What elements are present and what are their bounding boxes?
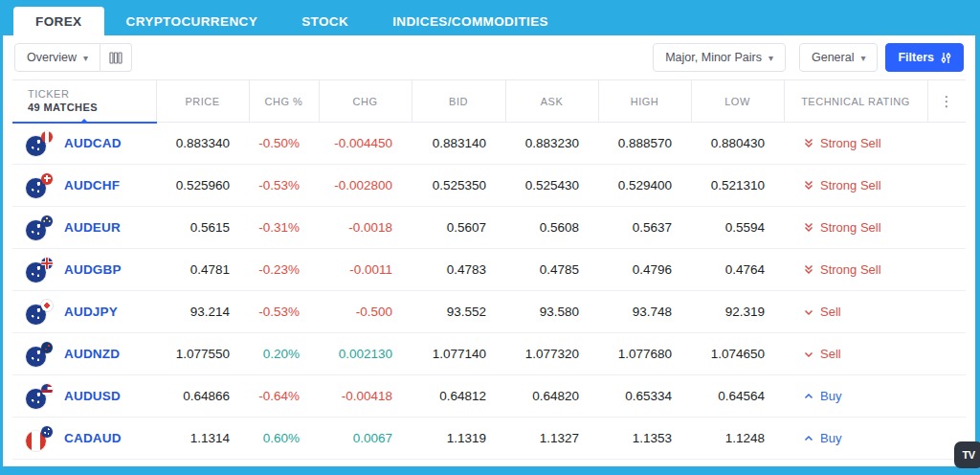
screener-app: FOREX CRYPTOCURRENCY STOCK INDICES/COMMO…: [0, 0, 980, 475]
price-cell: 0.5615: [156, 207, 249, 249]
low-cell: 0.880430: [691, 123, 784, 165]
header-menu[interactable]: ⋮: [927, 80, 966, 123]
chg-pct-cell: -0.23%: [249, 249, 319, 291]
table-row[interactable]: AUDCHF0.525960-0.53%-0.0028000.5253500.5…: [12, 165, 966, 207]
low-cell: 1.074650: [691, 333, 784, 375]
currency-pair-flags-icon: [26, 342, 55, 367]
tab-indices-commodities[interactable]: INDICES/COMMODITIES: [370, 7, 570, 35]
tab-cryptocurrency[interactable]: CRYPTOCURRENCY: [104, 7, 280, 35]
bid-cell: 0.525350: [412, 165, 505, 207]
low-cell: 92.319: [691, 291, 784, 333]
header-low[interactable]: LOW: [691, 80, 784, 123]
ticker-link[interactable]: AUDCHF: [64, 178, 120, 192]
technical-rating-cell: Strong Sell: [784, 207, 927, 249]
pairs-filter-dropdown[interactable]: Major, Minor Pairs ▾: [653, 43, 786, 72]
chg-cell: -0.0011: [319, 249, 412, 291]
header-technical-rating[interactable]: TECHNICAL RATING: [784, 80, 927, 123]
table-row[interactable]: AUDCAD0.883340-0.50%-0.0044500.8831400.8…: [12, 123, 966, 165]
price-cell: 1.077550: [156, 333, 249, 375]
bid-cell: 1.077140: [412, 333, 505, 375]
ticker-link[interactable]: AUDEUR: [64, 220, 121, 235]
chf-flag-icon: [41, 173, 53, 185]
overview-dropdown-label: Overview: [27, 51, 77, 64]
ask-cell: 0.525430: [505, 165, 598, 207]
low-cell: 0.64564: [691, 375, 784, 418]
sliders-icon: [941, 52, 951, 64]
high-cell: 0.888570: [598, 123, 691, 165]
toolbar-left-group: Overview ▾: [14, 43, 132, 72]
aud-flag-icon: [41, 426, 53, 438]
tab-forex[interactable]: FOREX: [13, 7, 104, 35]
rating-label: Buy: [820, 431, 841, 445]
jpy-flag-icon: [41, 300, 53, 311]
bid-cell: 0.64812: [412, 375, 505, 418]
header-chg-pct[interactable]: CHG %: [249, 80, 319, 123]
ticker-cell: AUDJPY: [12, 291, 156, 333]
technical-rating-cell: Strong Sell: [784, 249, 927, 291]
overview-dropdown[interactable]: Overview ▾: [14, 43, 100, 72]
ticker-cell: CADAUD: [12, 418, 156, 460]
low-cell: 0.5594: [691, 207, 784, 249]
price-cell: 0.883340: [156, 123, 249, 165]
technical-rating-cell: Buy: [784, 418, 927, 460]
header-price[interactable]: PRICE: [156, 80, 249, 123]
tradingview-logo[interactable]: TV: [954, 441, 980, 468]
chg-pct-cell: -0.31%: [249, 207, 319, 249]
general-dropdown[interactable]: General ▾: [799, 43, 879, 72]
filters-button-label: Filters: [898, 51, 934, 64]
strong-sell-arrow-icon: [803, 137, 814, 149]
usd-flag-icon: [41, 384, 53, 396]
table-row[interactable]: AUDJPY93.214-0.53%-0.50093.55293.58093.7…: [12, 291, 966, 333]
high-cell: 1.077680: [598, 333, 691, 375]
strong-sell-arrow-icon: [803, 263, 814, 276]
row-menu-cell: [927, 249, 966, 291]
bid-cell: 0.883140: [412, 123, 505, 165]
ticker-cell: AUDCAD: [12, 123, 156, 165]
currency-pair-flags-icon: [26, 258, 55, 283]
ticker-link[interactable]: CADAUD: [64, 431, 122, 445]
rating-label: Strong Sell: [820, 136, 881, 150]
chg-pct-cell: 0.60%: [249, 418, 319, 460]
columns-layout-button[interactable]: [100, 43, 132, 72]
chg-pct-cell: -0.53%: [249, 165, 319, 207]
screener-table: TICKER 49 MATCHES PRICE CHG % CHG BID AS…: [12, 79, 966, 460]
header-ask[interactable]: ASK: [505, 80, 598, 123]
bid-cell: 0.5607: [412, 207, 505, 249]
chg-cell: -0.004450: [319, 123, 412, 165]
chevron-down-icon: ▾: [768, 53, 773, 63]
ask-cell: 93.580: [505, 291, 598, 333]
ticker-link[interactable]: AUDNZD: [64, 347, 120, 361]
currency-pair-flags-icon: [26, 173, 55, 198]
table-row[interactable]: AUDGBP0.4781-0.23%-0.00110.47830.47850.4…: [12, 249, 966, 291]
ticker-link[interactable]: AUDGBP: [64, 262, 122, 277]
filters-button[interactable]: Filters: [885, 43, 964, 72]
technical-rating-cell: Sell: [784, 333, 927, 375]
table-row[interactable]: AUDEUR0.5615-0.31%-0.00180.56070.56080.5…: [12, 207, 966, 249]
ask-cell: 1.077320: [505, 333, 598, 375]
header-ticker-label: TICKER: [28, 88, 156, 100]
header-high[interactable]: HIGH: [598, 80, 691, 123]
screener-sheet: Overview ▾ Major, Minor Pairs: [3, 35, 975, 466]
high-cell: 0.4796: [598, 249, 691, 291]
strong-sell-arrow-icon: [803, 221, 814, 234]
ticker-link[interactable]: AUDJPY: [64, 305, 118, 319]
table-row[interactable]: AUDUSD0.64866-0.64%-0.004180.648120.6482…: [12, 375, 966, 418]
ticker-link[interactable]: AUDUSD: [64, 389, 121, 403]
header-bid[interactable]: BID: [412, 80, 505, 123]
table-header-row: TICKER 49 MATCHES PRICE CHG % CHG BID AS…: [12, 80, 966, 123]
high-cell: 0.529400: [598, 165, 691, 207]
chg-cell: 0.002130: [319, 333, 412, 375]
ticker-cell: AUDNZD: [12, 333, 156, 375]
tab-stock[interactable]: STOCK: [279, 7, 370, 35]
header-chg[interactable]: CHG: [319, 80, 412, 123]
table-row[interactable]: CADAUD1.13140.60%0.00671.13191.13271.135…: [12, 418, 966, 460]
table-row[interactable]: AUDNZD1.0775500.20%0.0021301.0771401.077…: [12, 333, 966, 375]
chg-cell: -0.500: [319, 291, 412, 333]
chg-pct-cell: -0.64%: [249, 375, 319, 418]
currency-pair-flags-icon: [26, 384, 55, 409]
market-tabbar: FOREX CRYPTOCURRENCY STOCK INDICES/COMMO…: [3, 0, 975, 35]
matches-count: 49 MATCHES: [28, 102, 156, 113]
ticker-link[interactable]: AUDCAD: [64, 136, 122, 150]
header-ticker[interactable]: TICKER 49 MATCHES: [12, 80, 156, 123]
low-cell: 1.1248: [691, 418, 784, 460]
